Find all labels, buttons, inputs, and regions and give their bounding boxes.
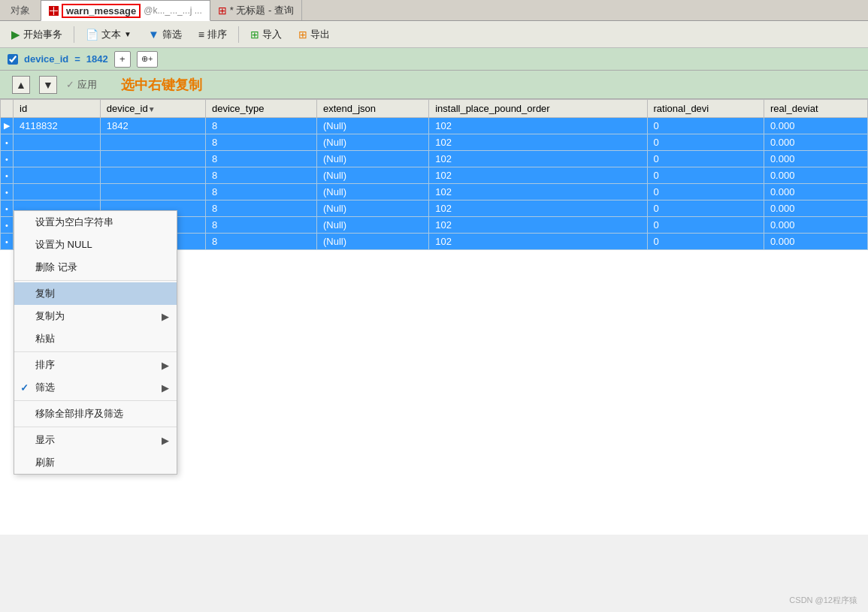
tab-grid-icon [49,6,59,16]
cell-device-type: 8 [205,151,316,167]
text-button[interactable]: 📄 文本 ▼ [79,25,138,44]
context-menu-separator [14,351,177,352]
context-menu-item[interactable]: 移除全部排序及筛选 [14,402,177,425]
check-icon: ✓ [20,382,29,393]
cell-device-type: 8 [205,200,316,217]
apply-check-icon: ✓ [66,79,74,90]
context-menu-separator [14,280,177,281]
cell-rational: 0 [647,234,764,250]
cell-id [14,151,101,167]
copy-hint: 选中右键复制 [121,76,202,94]
row-indicator: ▶ [1,118,14,134]
sort-down-button[interactable]: ▼ [39,76,57,94]
apply-button[interactable]: ✓ 应用 [66,78,97,92]
filter-bar: device_id = 1842 + ⊕+ [0,48,868,71]
cell-device-type: 8 [205,118,316,134]
cell-rational: 0 [647,118,764,134]
cell-rational: 0 [647,151,764,167]
submenu-arrow-icon: ▶ [162,382,169,393]
sort-label: 排序 [207,28,227,41]
filter-add-button[interactable]: + [114,51,131,68]
submenu-arrow-icon: ▶ [162,435,169,446]
cell-device-type: 8 [205,217,316,234]
tab-bar: 对象 warn_message @k..._..._...j ... ⊞ * 无… [0,0,868,21]
export-button[interactable]: ⊞ 导出 [292,25,337,44]
text-dropdown-icon: ▼ [124,30,132,38]
tab-warn-message[interactable]: warn_message @k..._..._...j ... [41,0,210,21]
context-menu-item-label: 复制为 [35,309,65,323]
filter-add-condition-button[interactable]: ⊕+ [137,51,158,68]
cell-rational-val: 0.000 [764,167,867,184]
tab-connection-label: @k..._..._...j ... [144,5,202,16]
tab-query-icon: ⊞ [218,5,227,17]
cell-rational-val: 0.000 [764,200,867,217]
col-id[interactable]: id [14,100,101,118]
context-menu-item[interactable]: ✓筛选▶ [14,376,177,399]
col-install-place[interactable]: install_place_pound_order [429,100,647,118]
context-menu-item-label: 删除 记录 [35,261,77,274]
row-indicator: • [1,184,14,200]
submenu-arrow-icon: ▶ [162,360,169,371]
context-menu-item-label: 刷新 [35,456,55,469]
context-menu-item[interactable]: 设置为 NULL [14,234,177,256]
context-menu-item-label: 设置为空白字符串 [35,216,113,229]
export-label: 导出 [310,28,330,41]
filter-operator: = [74,53,80,65]
context-menu-item[interactable]: 排序▶ [14,354,177,376]
cell-extend-json: (Null) [316,151,428,167]
table-row[interactable]: ▶ 4118832 1842 8 (Null) 102 0 0.000 [1,118,868,134]
tab-query[interactable]: ⊞ * 无标题 - 查询 [210,0,302,20]
toolbar-separator-1 [74,26,74,43]
text-label: 文本 [101,28,121,41]
col-device-id[interactable]: device_id▼ [100,100,205,118]
submenu-arrow-icon: ▶ [162,311,169,322]
context-menu-item[interactable]: 删除 记录 [14,256,177,279]
context-menu-item[interactable]: 刷新 [14,451,177,474]
context-menu-item[interactable]: 复制 [14,282,177,305]
begin-transaction-button[interactable]: ▶ 开始事务 [5,25,69,44]
context-menu-item[interactable]: 显示▶ [14,429,177,451]
cell-install: 102 [429,184,647,200]
table-row[interactable]: • 8 (Null) 102 0 0.000 [1,151,868,167]
cell-device-id [100,184,205,200]
cell-rational: 0 [647,200,764,217]
sort-area: ▲ ▼ ✓ 应用 选中右键复制 [0,71,868,99]
filter-checkbox[interactable] [8,54,18,65]
context-menu-item[interactable]: 粘贴 [14,327,177,350]
cell-rational: 0 [647,167,764,184]
cell-install: 102 [429,167,647,184]
tab-objects[interactable]: 对象 [0,0,41,20]
context-menu-item-label: 移除全部排序及筛选 [35,407,123,421]
cell-install: 102 [429,151,647,167]
cell-extend-json: (Null) [316,134,428,151]
context-menu-separator [14,400,177,401]
cell-rational-val: 0.000 [764,234,867,250]
col-real-deviat[interactable]: real_deviat [764,100,867,118]
cell-extend-json: (Null) [316,217,428,234]
context-menu-item-label: 排序 [35,358,55,372]
import-icon: ⊞ [250,29,259,41]
context-menu-item[interactable]: 复制为▶ [14,305,177,327]
cell-install: 102 [429,217,647,234]
row-indicator: • [1,151,14,167]
export-icon: ⊞ [298,29,307,41]
col-rational-devi[interactable]: rational_devi [647,100,764,118]
filter-label: 筛选 [162,28,182,41]
table-row[interactable]: • 8 (Null) 102 0 0.000 [1,167,868,184]
table-row[interactable]: • 8 (Null) 102 0 0.000 [1,134,868,151]
table-header-row: id device_id▼ device_type extend_json in… [1,100,868,118]
filter-button[interactable]: ▼ 筛选 [141,25,189,44]
sort-up-button[interactable]: ▲ [12,76,30,94]
col-device-type[interactable]: device_type [205,100,316,118]
col-extend-json[interactable]: extend_json [316,100,428,118]
filter-field: device_id [24,53,68,65]
cell-rational-val: 0.000 [764,184,867,200]
cell-device-id [100,151,205,167]
sort-button[interactable]: ≡ 排序 [192,25,234,44]
row-indicator: • [1,167,14,184]
import-button[interactable]: ⊞ 导入 [243,25,289,44]
context-menu-item[interactable]: 设置为空白字符串 [14,211,177,234]
table-row[interactable]: • 8 (Null) 102 0 0.000 [1,184,868,200]
context-menu-item-label: 筛选 [35,381,55,394]
cell-id: 4118832 [14,118,101,134]
